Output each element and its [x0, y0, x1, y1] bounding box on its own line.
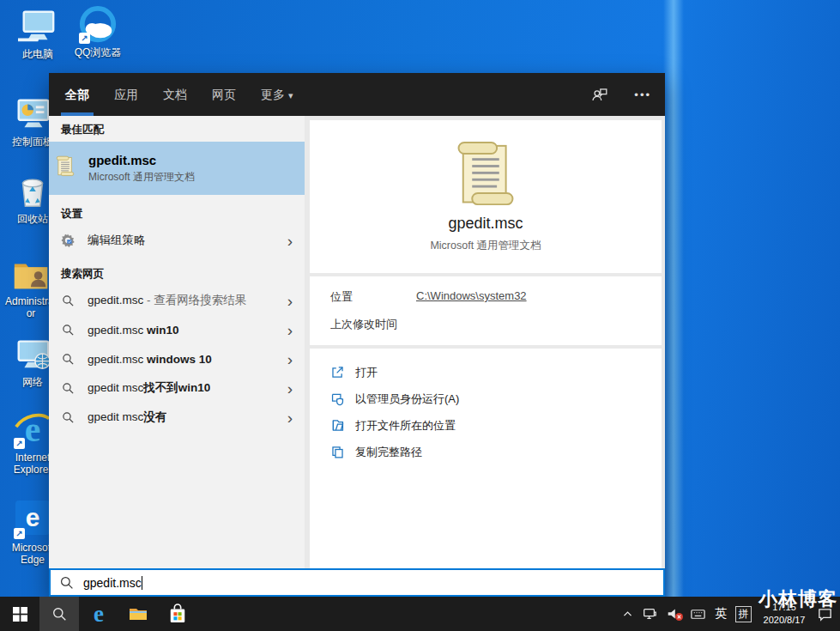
- suggestion-text: gpedit msc: [88, 381, 143, 394]
- action-open-file-location[interactable]: 打开文件所在的位置: [330, 412, 641, 439]
- suggestion-bold: 找不到win10: [143, 381, 210, 394]
- suggestion-text: gpedit msc: [88, 410, 143, 423]
- location-path-link[interactable]: C:\Windows\system32: [416, 289, 527, 305]
- tab-documents[interactable]: 文档: [160, 73, 190, 116]
- chevron-right-icon[interactable]: ›: [287, 410, 305, 426]
- tab-apps[interactable]: 应用: [112, 73, 141, 116]
- suggestion-bold: win10: [147, 324, 179, 337]
- last-modified-label: 上次修改时间: [330, 317, 416, 332]
- shortcut-arrow-icon: ↗: [79, 33, 90, 44]
- microsoft-edge-icon: e ↗: [13, 501, 52, 540]
- chevron-right-icon[interactable]: ›: [287, 293, 305, 309]
- search-flyout-panel: 全部 应用 文档 网页 更多▾ ••• 最佳匹配 gpedit.msc Micr…: [49, 73, 665, 597]
- search-icon: [52, 607, 67, 622]
- file-location-icon: [330, 418, 345, 433]
- web-suggestion-row[interactable]: gpedit msc没有 ›: [49, 403, 305, 432]
- action-label: 复制完整路径: [355, 445, 422, 460]
- action-open[interactable]: 打开: [330, 359, 641, 385]
- chevron-right-icon[interactable]: ›: [287, 351, 305, 367]
- web-suggestion-row[interactable]: gpedit.msc windows 10 ›: [49, 344, 305, 373]
- search-input[interactable]: gpedit.msc: [49, 568, 665, 597]
- suggestion-text: gpedit.msc: [88, 324, 147, 337]
- shortcut-arrow-icon: ↗: [14, 528, 25, 539]
- action-copy-full-path[interactable]: 复制完整路径: [330, 439, 641, 465]
- taskbar-search-button[interactable]: [39, 597, 79, 631]
- web-suggestion-row[interactable]: gpedit.msc - 查看网络搜索结果 ›: [49, 286, 305, 315]
- detail-summary-card: gpedit.msc Microsoft 通用管理文档: [310, 120, 662, 273]
- more-options-icon[interactable]: •••: [634, 88, 651, 101]
- search-icon: [59, 292, 76, 309]
- shortcut-arrow-icon: ↗: [14, 438, 25, 449]
- search-icon: [59, 321, 76, 338]
- taskbar: e 英 拼 17:15 2020/8/17: [0, 597, 840, 631]
- chevron-right-icon[interactable]: ›: [287, 380, 305, 397]
- wallpaper-light-beam: [663, 0, 684, 597]
- search-filter-bar: 全部 应用 文档 网页 更多▾ •••: [49, 73, 665, 116]
- search-results-area: 最佳匹配 gpedit.msc Microsoft 通用管理文档 设置 编辑组策…: [49, 116, 665, 568]
- web-suggestion-row[interactable]: gpedit msc找不到win10 ›: [49, 373, 305, 403]
- tab-label: 网页: [212, 88, 236, 101]
- search-icon: [60, 576, 74, 590]
- tab-label: 文档: [163, 88, 187, 101]
- internet-explorer-icon: e ↗: [13, 410, 52, 450]
- detail-title: gpedit.msc: [310, 215, 662, 233]
- file-explorer-icon: [128, 604, 148, 624]
- group-policy-gear-icon: [59, 232, 76, 249]
- tab-all[interactable]: 全部: [63, 73, 92, 116]
- desktop-icon-this-pc[interactable]: 此电脑: [10, 7, 65, 61]
- msc-document-icon-large: [450, 139, 522, 211]
- volume-muted-icon[interactable]: [666, 606, 681, 622]
- results-list: 最佳匹配 gpedit.msc Microsoft 通用管理文档 设置 编辑组策…: [49, 116, 305, 568]
- search-icon: [59, 350, 76, 367]
- clock-time: 17:15: [760, 601, 808, 614]
- start-button[interactable]: [0, 597, 39, 631]
- search-input-value: gpedit.msc: [83, 576, 142, 590]
- recycle-bin-icon: [13, 172, 52, 211]
- language-indicator[interactable]: 英: [715, 606, 727, 622]
- suggestion-bold: 没有: [143, 410, 166, 423]
- suggestion-text: gpedit.msc: [88, 353, 147, 366]
- chevron-right-icon[interactable]: ›: [287, 233, 305, 249]
- network-status-icon[interactable]: [642, 606, 657, 622]
- copy-icon: [330, 445, 345, 459]
- chevron-right-icon[interactable]: ›: [287, 322, 305, 338]
- clock-date: 2020/8/17: [760, 614, 808, 627]
- best-match-result[interactable]: gpedit.msc Microsoft 通用管理文档: [49, 142, 305, 195]
- ime-mode-indicator[interactable]: 拼: [735, 606, 752, 622]
- suggestion-text: gpedit.msc: [88, 294, 143, 306]
- tab-label: 应用: [114, 88, 138, 101]
- taskbar-file-explorer-button[interactable]: [118, 597, 158, 631]
- tab-label: 全部: [65, 88, 89, 101]
- settings-header: 设置: [49, 207, 305, 226]
- suggestion-suffix: - 查看网络搜索结果: [143, 294, 246, 306]
- text-caret: [142, 576, 142, 590]
- feedback-user-icon[interactable]: [590, 86, 608, 104]
- desktop-icon-qq-browser[interactable]: ↗ QQ浏览器: [70, 5, 125, 59]
- best-match-subtitle: Microsoft 通用管理文档: [88, 170, 195, 185]
- taskbar-edge-button[interactable]: e: [79, 597, 118, 631]
- tab-label: 更多: [261, 88, 285, 101]
- web-suggestion-row[interactable]: gpedit.msc win10 ›: [49, 315, 305, 344]
- best-match-title: gpedit.msc: [88, 153, 195, 167]
- control-panel-icon: [13, 94, 52, 134]
- edge-icon: e: [94, 601, 104, 628]
- tray-chevron-up-icon[interactable]: [622, 609, 633, 620]
- action-center-icon[interactable]: [817, 606, 833, 622]
- action-run-as-administrator[interactable]: 以管理员身份运行(A): [330, 385, 641, 412]
- taskbar-clock[interactable]: 17:15 2020/8/17: [760, 601, 808, 627]
- search-web-header: 搜索网页: [49, 267, 305, 286]
- qq-browser-icon: ↗: [78, 5, 118, 45]
- msc-document-icon: [54, 155, 76, 181]
- tab-web[interactable]: 网页: [209, 73, 239, 116]
- admin-shield-icon: [330, 391, 345, 406]
- user-folder-icon: [11, 254, 51, 294]
- touch-keyboard-icon[interactable]: [690, 606, 706, 622]
- result-detail-pane: gpedit.msc Microsoft 通用管理文档 位置 C:\Window…: [305, 116, 665, 568]
- action-label: 以管理员身份运行(A): [355, 391, 459, 407]
- taskbar-store-button[interactable]: [158, 597, 197, 631]
- detail-info-card: 位置 C:\Windows\system32 上次修改时间: [310, 276, 662, 345]
- settings-result-edit-group-policy[interactable]: 编辑组策略 ›: [49, 226, 305, 255]
- system-tray: 英 拼 17:15 2020/8/17: [622, 601, 840, 627]
- search-icon: [59, 379, 76, 397]
- tab-more[interactable]: 更多▾: [258, 73, 296, 116]
